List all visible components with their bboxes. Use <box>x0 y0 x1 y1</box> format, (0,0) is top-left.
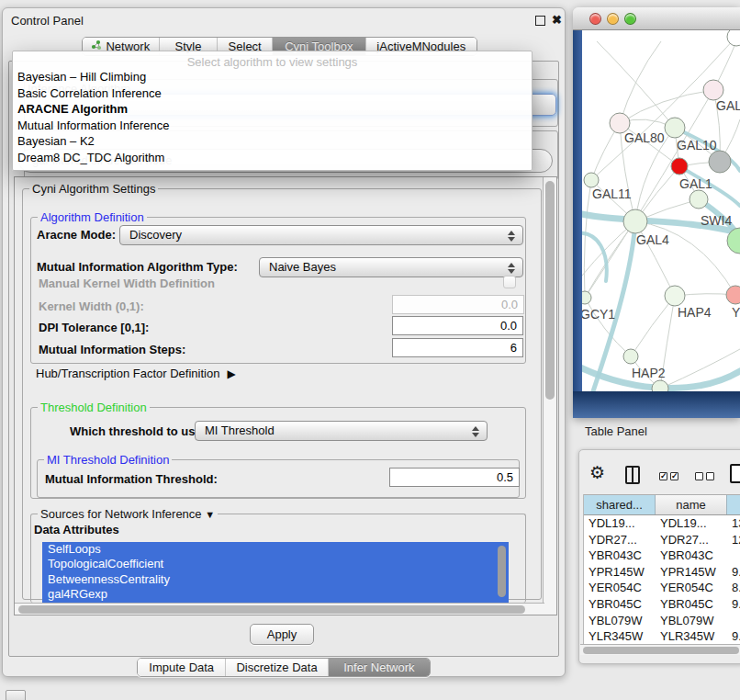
table-cell: YBL079W <box>584 613 656 629</box>
network-node[interactable] <box>623 349 638 364</box>
close-panel-icon[interactable]: ✖ <box>552 13 562 27</box>
scrollbar-thumb[interactable] <box>498 546 506 597</box>
mi-steps-label: Mutual Information Steps: <box>39 343 185 356</box>
popup-placeholder: Select algorithm to view settings <box>13 54 532 69</box>
network-node[interactable] <box>623 209 647 233</box>
table-panel-title: Table Panel <box>585 424 647 438</box>
network-node[interactable] <box>727 30 740 46</box>
stepper-icon <box>508 261 516 276</box>
mi-threshold-field[interactable]: 0.5 <box>389 468 520 487</box>
tab-infer-network[interactable]: Infer Network <box>329 659 430 676</box>
unselect-all-columns-icon[interactable] <box>695 472 703 480</box>
table-cell: YBL079W <box>656 613 727 629</box>
algorithm-option[interactable]: Dream8 DC_TDC Algorithm <box>13 150 532 166</box>
algorithm-option[interactable]: ARACNE Algorithm <box>13 101 532 118</box>
table-cell: YER054C <box>656 580 727 596</box>
data-attribute-option[interactable]: SelfLoops <box>42 542 509 557</box>
mi-algorithm-type-select[interactable]: Naive Bayes <box>259 257 523 277</box>
scrollbar-thumb[interactable] <box>583 647 739 654</box>
aracne-mode-select[interactable]: Discovery <box>119 225 523 245</box>
select-all-columns-icon[interactable] <box>659 472 667 480</box>
control-panel-titlebar: Control Panel ✖ <box>3 8 565 32</box>
table-row[interactable]: YDR27...YDR27...12 <box>584 532 740 548</box>
network-node[interactable] <box>671 158 688 175</box>
scrollbar-track[interactable] <box>580 644 740 655</box>
table-cell: YDR27... <box>656 532 727 548</box>
network-node[interactable] <box>665 118 685 138</box>
data-attributes-label: Data Attributes <box>34 523 119 536</box>
select-all-columns-icon[interactable] <box>670 472 678 480</box>
stepper-icon <box>508 229 516 243</box>
algorithm-option[interactable]: Basic Correlation Inference <box>13 85 532 102</box>
network-node[interactable] <box>726 286 740 304</box>
table-panel-window: ⚙ shared...name YDL19...YDL19...13YDR27.… <box>578 449 740 664</box>
kernel-width-label: Kernel Width (0,1): <box>39 299 144 313</box>
table-cell: YER054C <box>584 580 656 596</box>
which-threshold-select[interactable]: MI Threshold <box>195 421 488 441</box>
network-canvas[interactable]: GALGAL80GAL10GAL1GAL11SWI4GAL4GCY1HAP4YH… <box>582 30 740 391</box>
node-label: HAP4 <box>678 305 712 320</box>
column-header-shared[interactable]: shared... <box>584 495 656 514</box>
column-view-icon[interactable] <box>625 466 640 484</box>
hub-definition-label: Hub/Transcription Factor Definition <box>36 367 219 380</box>
table-row[interactable]: YER054CYER054C8. <box>584 580 740 596</box>
network-node[interactable] <box>584 173 599 187</box>
apply-button[interactable]: Apply <box>250 624 314 645</box>
network-window-titlebar[interactable] <box>573 7 740 30</box>
tab-discretize-data[interactable]: Discretize Data <box>226 659 328 676</box>
hub-definition-expander[interactable]: Hub/Transcription Factor Definition▶ <box>36 367 236 381</box>
float-panel-icon[interactable] <box>535 16 545 26</box>
algorithm-option[interactable]: Bayesian – Hill Climbing <box>13 69 532 85</box>
node-label: GAL1 <box>679 176 712 191</box>
column-header-hidden[interactable] <box>727 495 740 514</box>
network-node[interactable] <box>652 380 668 391</box>
scrollbar-track[interactable] <box>543 177 556 615</box>
network-edge <box>620 41 661 123</box>
node-label: SWI4 <box>701 213 732 228</box>
data-attribute-option[interactable]: gal4RGexp <box>42 587 509 602</box>
scrollbar-thumb[interactable] <box>545 181 555 400</box>
network-node[interactable] <box>582 291 591 304</box>
threshold-definition-title: Threshold Definition <box>38 401 150 414</box>
unselect-all-columns-icon[interactable] <box>706 472 714 480</box>
minimize-window-icon[interactable] <box>607 13 619 25</box>
new-table-icon[interactable] <box>730 464 740 483</box>
dpi-tolerance-field[interactable]: 0.0 <box>392 316 523 335</box>
table-row[interactable]: YDL19...YDL19...13 <box>584 515 740 532</box>
algorithm-option[interactable]: Bayesian – K2 <box>13 133 532 150</box>
network-node[interactable] <box>665 286 685 306</box>
mi-steps-field[interactable]: 6 <box>392 338 523 357</box>
zoom-window-icon[interactable] <box>624 13 636 25</box>
table-row[interactable]: YBR045CYBR045C9. <box>584 596 740 613</box>
algorithm-option[interactable]: Mutual Information Inference <box>13 118 532 134</box>
expand-arrow-icon[interactable]: ▶ <box>227 367 235 380</box>
data-attribute-option[interactable]: TopologicalCoefficient <box>42 557 509 571</box>
cyni-bottom-tabbar: Impute DataDiscretize DataInfer Network <box>137 658 431 677</box>
tab-impute-data[interactable]: Impute Data <box>138 659 226 676</box>
table-cell: YBR043C <box>656 548 727 564</box>
data-attributes-list[interactable]: SelfLoopsTopologicalCoefficientBetweenne… <box>42 542 509 604</box>
scrollbar-thumb[interactable] <box>18 605 525 614</box>
table-row[interactable]: YBL079WYBL079W <box>584 613 740 629</box>
table-cell: YBR045C <box>584 596 656 613</box>
data-attribute-option[interactable]: BetweennessCentrality <box>42 572 509 587</box>
scrollbar-track[interactable] <box>15 603 544 615</box>
table-cell: 9. <box>727 564 740 581</box>
table-row[interactable]: YLR345WYLR345W9. <box>584 628 740 645</box>
table-row[interactable]: YPR145WYPR145W9. <box>584 564 740 581</box>
table-cell: YLR345W <box>584 628 656 645</box>
network-node[interactable] <box>690 190 708 209</box>
minimized-window-icon[interactable] <box>6 690 26 700</box>
tab-label: Discretize Data <box>236 659 317 676</box>
close-window-icon[interactable] <box>589 13 601 25</box>
collapse-arrow-icon[interactable]: ▼ <box>205 509 215 520</box>
network-node[interactable] <box>703 80 723 100</box>
network-view-window: GALGAL80GAL10GAL1GAL11SWI4GAL4GCY1HAP4YH… <box>573 7 740 418</box>
table-row[interactable]: YBR043CYBR043C <box>584 548 740 564</box>
table-cell: 9. <box>727 596 740 613</box>
manual-kernel-width-checkbox[interactable] <box>503 276 516 288</box>
table-cell: 13 <box>727 515 740 532</box>
column-header-name[interactable]: name <box>656 495 727 514</box>
gear-icon[interactable]: ⚙ <box>589 464 605 482</box>
network-node[interactable] <box>709 151 731 173</box>
